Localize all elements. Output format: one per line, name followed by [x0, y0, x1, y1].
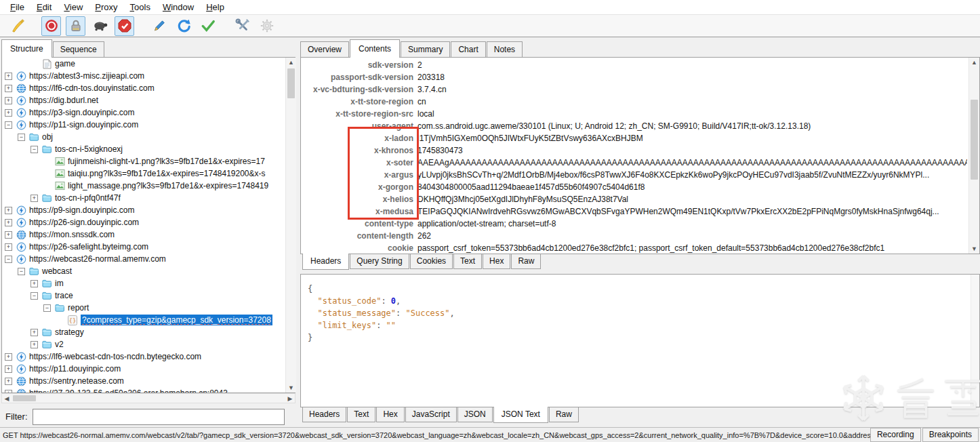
tree-node-label[interactable]: https://webcast26-normal.amemv.com [29, 254, 166, 264]
tree-node-label[interactable]: https://abtest3-misc.zijieapi.com [29, 71, 144, 81]
clear-session-button[interactable] [8, 16, 28, 36]
tree-node-label[interactable]: https://lf6-webcast-cdn-tos-ncdn.bytegec… [29, 352, 201, 361]
tree-node-label[interactable]: light_massage.png?lk3s=9fb17de1&x-expire… [68, 181, 268, 190]
tab-notes[interactable]: Notes [487, 41, 523, 57]
tab-chart[interactable]: Chart [451, 41, 485, 57]
tree-horizontal-scrollbar[interactable]: ◀ ▶ [1, 393, 295, 403]
response-subtab-hex[interactable]: Hex [376, 407, 404, 422]
scroll-thumb[interactable] [13, 395, 36, 401]
tree-node-label[interactable]: fujinmeishi-clight-v1.png?lk3s=9fb17de1&… [68, 157, 265, 166]
tree-row[interactable]: game [2, 58, 295, 70]
request-subtab-cookies[interactable]: Cookies [410, 254, 453, 269]
tree-row[interactable]: +https://lf6-cdn-tos.douyinstatic.com [2, 82, 295, 94]
expand-icon[interactable]: + [5, 73, 12, 80]
collapse-icon[interactable]: − [5, 256, 12, 263]
recording-toggle-button[interactable]: Recording [870, 428, 921, 442]
menu-edit[interactable]: Edit [30, 1, 58, 14]
tree-row[interactable]: +https://p26-safelight.byteimg.com [2, 241, 295, 253]
collapse-icon[interactable]: − [30, 146, 38, 153]
expand-icon[interactable]: + [5, 207, 12, 214]
expand-icon[interactable]: + [30, 280, 38, 287]
collapse-icon[interactable]: − [5, 121, 12, 129]
expand-icon[interactable]: + [5, 378, 12, 385]
tree-node-label[interactable]: https://p11.douyinpic.com [29, 364, 121, 374]
tree-node-label[interactable]: https://27-39-133-56-ad50a306.erer.homeb… [29, 388, 228, 393]
scroll-thumb[interactable] [287, 68, 295, 98]
request-subtab-headers[interactable]: Headers [302, 254, 349, 270]
tree-node-label[interactable]: https://p26-safelight.byteimg.com [29, 242, 148, 252]
breakpoints-button[interactable] [115, 16, 134, 36]
response-subtab-text[interactable]: Text [347, 407, 375, 422]
tab-contents[interactable]: Contents [350, 39, 400, 58]
collapse-icon[interactable]: − [18, 134, 25, 141]
tools-button[interactable] [232, 16, 252, 36]
tab-summary[interactable]: Summary [401, 41, 450, 57]
tree-node-label[interactable]: https://p11-sign.douyinpic.com [29, 120, 138, 129]
tab-structure[interactable]: Structure [1, 39, 52, 58]
tree-row[interactable]: +https://p9-sign.douyinpic.com [2, 204, 295, 216]
tree-node-label[interactable]: https://p9-sign.douyinpic.com [29, 205, 134, 215]
tree-node-label[interactable]: tos-cn-i-5xigknoexj [55, 144, 123, 154]
tree-row[interactable]: {}?compress_type=gzip&gamecp_sdk_version… [2, 314, 295, 326]
headers-vertical-scrollbar[interactable]: ▲ ▼ [968, 58, 979, 254]
tree-row[interactable]: −https://p11-sign.douyinpic.com [2, 119, 295, 131]
tab-sequence[interactable]: Sequence [53, 41, 104, 57]
scroll-down-arrow[interactable]: ▼ [286, 383, 296, 393]
tree-row[interactable]: light_massage.png?lk3s=9fb17de1&x-expire… [2, 180, 295, 192]
settings-button[interactable] [257, 16, 277, 36]
menu-help[interactable]: Help [200, 1, 230, 14]
tree-row[interactable]: +https://p11.douyinpic.com [2, 363, 295, 375]
scroll-down-arrow[interactable]: ▼ [969, 244, 979, 254]
scroll-left-arrow[interactable]: ◀ [2, 394, 12, 403]
expand-icon[interactable]: + [30, 195, 38, 202]
tree-row[interactable]: +https://dig.bdurl.net [2, 94, 295, 106]
expand-icon[interactable]: + [5, 365, 12, 373]
tree-row[interactable]: −trace [2, 289, 295, 302]
tab-overview[interactable]: Overview [300, 41, 349, 57]
ssl-proxying-button[interactable] [66, 16, 85, 36]
repeat-button[interactable] [173, 16, 193, 36]
request-subtab-text[interactable]: Text [453, 254, 482, 269]
tree-node-label[interactable]: https://lf6-cdn-tos.douyinstatic.com [29, 83, 155, 93]
collapse-icon[interactable]: − [30, 292, 38, 300]
scroll-right-arrow[interactable]: ▶ [285, 394, 295, 403]
tree-row[interactable]: +https://sentry.netease.com [2, 375, 295, 387]
tree-node-label[interactable]: game [55, 59, 75, 68]
response-subtab-headers[interactable]: Headers [302, 407, 346, 422]
tree-node-label[interactable]: https://dig.bdurl.net [29, 96, 98, 105]
tree-node-label[interactable]: obj [42, 132, 53, 142]
breakpoints-toggle-button[interactable]: Breakpoints [922, 428, 979, 442]
expand-icon[interactable]: + [5, 97, 12, 104]
scroll-up-arrow[interactable]: ▲ [969, 58, 979, 67]
menu-tools[interactable]: Tools [124, 1, 157, 14]
tree-row[interactable]: +https://p3-sign.douyinpic.com [2, 106, 295, 119]
record-button[interactable] [41, 16, 61, 36]
tree-node-label[interactable]: report [68, 303, 89, 313]
scroll-thumb[interactable] [971, 100, 978, 180]
tree-node-label[interactable]: v2 [55, 340, 64, 349]
tree-node-label[interactable]: https://sentry.netease.com [29, 376, 124, 386]
compose-button[interactable] [149, 16, 169, 36]
tree-node-label[interactable]: ?compress_type=gzip&gamecp_sdk_version=3… [81, 315, 272, 325]
expand-icon[interactable]: + [5, 353, 12, 361]
menu-view[interactable]: View [58, 1, 89, 14]
throttling-button[interactable] [90, 16, 110, 36]
tree-row[interactable]: +strategy [2, 326, 295, 338]
tree-row[interactable]: +https://abtest3-misc.zijieapi.com [2, 70, 295, 82]
filter-input[interactable] [33, 409, 285, 425]
tree-row[interactable]: −webcast [2, 265, 295, 277]
request-subtab-raw[interactable]: Raw [511, 254, 541, 269]
tree-row[interactable]: −obj [2, 131, 295, 143]
tree-row[interactable]: −tos-cn-i-5xigknoexj [2, 143, 295, 155]
request-subtab-hex[interactable]: Hex [483, 254, 510, 269]
tree-row[interactable]: +https://27-39-133-56-ad50a306.erer.home… [2, 387, 295, 393]
tree-row[interactable]: +https://mon.snssdk.com [2, 228, 295, 241]
response-subtab-javascript[interactable]: JavaScript [405, 407, 457, 422]
response-subtab-json[interactable]: JSON [457, 407, 493, 422]
tree-row[interactable]: −https://webcast26-normal.amemv.com [2, 253, 295, 265]
tree-vertical-scrollbar[interactable]: ▲ ▼ [285, 58, 296, 393]
tree-row[interactable]: +https://lf6-webcast-cdn-tos-ncdn.bytege… [2, 350, 295, 363]
tree-row[interactable]: +tos-cn-i-pfq0ntf47f [2, 192, 295, 204]
expand-icon[interactable]: + [5, 85, 12, 92]
response-body-panel[interactable]: { "status_code": 0, "status_message": "S… [300, 274, 980, 407]
